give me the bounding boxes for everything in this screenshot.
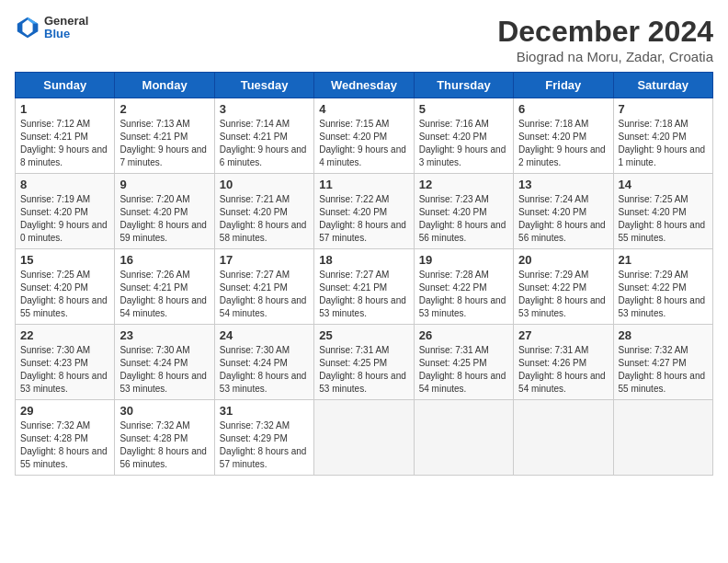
day-number: 16 [119, 253, 209, 267]
day-number: 8 [20, 178, 109, 191]
calendar-cell: 16 Sunrise: 7:26 AMSunset: 4:21 PMDaylig… [115, 249, 214, 325]
calendar-cell: 30 Sunrise: 7:32 AMSunset: 4:28 PMDaylig… [115, 400, 214, 476]
calendar-cell: 17 Sunrise: 7:27 AMSunset: 4:21 PMDaylig… [214, 249, 313, 325]
day-number: 6 [518, 102, 608, 116]
header-row: SundayMondayTuesdayWednesdayThursdayFrid… [16, 73, 713, 98]
calendar-cell: 8 Sunrise: 7:19 AMSunset: 4:20 PMDayligh… [16, 174, 115, 249]
calendar-cell: 23 Sunrise: 7:30 AMSunset: 4:24 PMDaylig… [115, 325, 214, 400]
day-info: Sunrise: 7:25 AMSunset: 4:20 PMDaylight:… [619, 194, 706, 243]
day-number: 18 [319, 253, 408, 267]
calendar-cell: 22 Sunrise: 7:30 AMSunset: 4:23 PMDaylig… [16, 325, 115, 400]
day-number: 27 [518, 328, 608, 342]
day-number: 11 [319, 178, 408, 191]
calendar-cell [314, 400, 414, 476]
calendar-cell: 20 Sunrise: 7:29 AMSunset: 4:22 PMDaylig… [514, 249, 613, 325]
day-info: Sunrise: 7:27 AMSunset: 4:21 PMDaylight:… [220, 270, 307, 318]
header: General Blue December 2024 Biograd na Mo… [15, 15, 713, 64]
day-number: 15 [20, 253, 109, 267]
week-row-3: 15 Sunrise: 7:25 AMSunset: 4:20 PMDaylig… [16, 249, 713, 325]
title-area: December 2024 Biograd na Moru, Zadar, Cr… [497, 15, 713, 64]
column-header-tuesday: Tuesday [214, 73, 313, 98]
calendar-cell: 18 Sunrise: 7:27 AMSunset: 4:21 PMDaylig… [314, 249, 414, 325]
day-info: Sunrise: 7:23 AMSunset: 4:20 PMDaylight:… [419, 194, 506, 243]
calendar-cell [613, 400, 712, 476]
calendar-cell: 9 Sunrise: 7:20 AMSunset: 4:20 PMDayligh… [115, 174, 214, 249]
column-header-wednesday: Wednesday [314, 73, 414, 98]
day-info: Sunrise: 7:18 AMSunset: 4:20 PMDaylight:… [518, 119, 606, 167]
day-number: 5 [419, 102, 508, 116]
week-row-2: 8 Sunrise: 7:19 AMSunset: 4:20 PMDayligh… [16, 174, 713, 249]
calendar-cell: 13 Sunrise: 7:24 AMSunset: 4:20 PMDaylig… [514, 174, 613, 249]
calendar-cell: 3 Sunrise: 7:14 AMSunset: 4:21 PMDayligh… [214, 98, 313, 174]
calendar-cell: 11 Sunrise: 7:22 AMSunset: 4:20 PMDaylig… [314, 174, 414, 249]
day-number: 26 [419, 328, 508, 342]
day-info: Sunrise: 7:29 AMSunset: 4:22 PMDaylight:… [518, 270, 606, 318]
month-title: December 2024 [497, 15, 713, 49]
day-number: 3 [220, 102, 309, 116]
day-info: Sunrise: 7:32 AMSunset: 4:28 PMDaylight:… [119, 420, 207, 469]
calendar-cell: 6 Sunrise: 7:18 AMSunset: 4:20 PMDayligh… [514, 98, 613, 174]
column-header-sunday: Sunday [16, 73, 115, 98]
calendar-cell: 25 Sunrise: 7:31 AMSunset: 4:25 PMDaylig… [314, 325, 414, 400]
day-info: Sunrise: 7:31 AMSunset: 4:26 PMDaylight:… [518, 345, 606, 394]
day-info: Sunrise: 7:28 AMSunset: 4:22 PMDaylight:… [419, 270, 506, 318]
day-info: Sunrise: 7:30 AMSunset: 4:23 PMDaylight:… [20, 345, 108, 394]
day-info: Sunrise: 7:25 AMSunset: 4:20 PMDaylight:… [20, 270, 108, 318]
day-number: 17 [220, 253, 309, 267]
day-info: Sunrise: 7:18 AMSunset: 4:20 PMDaylight:… [619, 119, 706, 167]
day-info: Sunrise: 7:30 AMSunset: 4:24 PMDaylight:… [220, 345, 307, 394]
day-info: Sunrise: 7:27 AMSunset: 4:21 PMDaylight:… [319, 270, 406, 318]
calendar-cell: 28 Sunrise: 7:32 AMSunset: 4:27 PMDaylig… [613, 325, 712, 400]
calendar-cell: 14 Sunrise: 7:25 AMSunset: 4:20 PMDaylig… [613, 174, 712, 249]
week-row-4: 22 Sunrise: 7:30 AMSunset: 4:23 PMDaylig… [16, 325, 713, 400]
calendar-cell: 19 Sunrise: 7:28 AMSunset: 4:22 PMDaylig… [414, 249, 513, 325]
day-number: 13 [518, 178, 608, 191]
calendar-cell [414, 400, 513, 476]
day-info: Sunrise: 7:21 AMSunset: 4:20 PMDaylight:… [220, 194, 307, 243]
calendar-cell: 12 Sunrise: 7:23 AMSunset: 4:20 PMDaylig… [414, 174, 513, 249]
calendar-cell: 21 Sunrise: 7:29 AMSunset: 4:22 PMDaylig… [613, 249, 712, 325]
day-info: Sunrise: 7:24 AMSunset: 4:20 PMDaylight:… [518, 194, 606, 243]
calendar-table: SundayMondayTuesdayWednesdayThursdayFrid… [15, 72, 713, 476]
day-number: 28 [619, 328, 708, 342]
calendar-cell [514, 400, 613, 476]
day-number: 25 [319, 328, 408, 342]
logo-text: General Blue [44, 15, 88, 41]
day-info: Sunrise: 7:14 AMSunset: 4:21 PMDaylight:… [220, 119, 307, 167]
day-info: Sunrise: 7:12 AMSunset: 4:21 PMDaylight:… [20, 119, 108, 167]
day-info: Sunrise: 7:32 AMSunset: 4:28 PMDaylight:… [20, 420, 108, 469]
calendar-cell: 24 Sunrise: 7:30 AMSunset: 4:24 PMDaylig… [214, 325, 313, 400]
day-info: Sunrise: 7:13 AMSunset: 4:21 PMDaylight:… [119, 119, 207, 167]
location: Biograd na Moru, Zadar, Croatia [497, 49, 713, 64]
day-info: Sunrise: 7:31 AMSunset: 4:25 PMDaylight:… [419, 345, 506, 394]
day-number: 10 [220, 178, 309, 191]
day-number: 4 [319, 102, 408, 116]
day-number: 19 [419, 253, 508, 267]
logo: General Blue [15, 15, 88, 41]
calendar-cell: 5 Sunrise: 7:16 AMSunset: 4:20 PMDayligh… [414, 98, 513, 174]
column-header-monday: Monday [115, 73, 214, 98]
day-number: 1 [20, 102, 109, 116]
day-number: 12 [419, 178, 508, 191]
day-number: 29 [20, 404, 109, 418]
day-number: 23 [119, 328, 209, 342]
day-number: 9 [119, 178, 209, 191]
calendar-cell: 7 Sunrise: 7:18 AMSunset: 4:20 PMDayligh… [613, 98, 712, 174]
day-number: 14 [619, 178, 708, 191]
day-info: Sunrise: 7:22 AMSunset: 4:20 PMDaylight:… [319, 194, 406, 243]
day-number: 7 [619, 102, 708, 116]
day-info: Sunrise: 7:30 AMSunset: 4:24 PMDaylight:… [119, 345, 207, 394]
calendar-cell: 26 Sunrise: 7:31 AMSunset: 4:25 PMDaylig… [414, 325, 513, 400]
svg-marker-2 [33, 24, 39, 31]
calendar-cell: 1 Sunrise: 7:12 AMSunset: 4:21 PMDayligh… [16, 98, 115, 174]
day-number: 24 [220, 328, 309, 342]
day-info: Sunrise: 7:20 AMSunset: 4:20 PMDaylight:… [119, 194, 207, 243]
day-info: Sunrise: 7:19 AMSunset: 4:20 PMDaylight:… [20, 194, 108, 243]
week-row-5: 29 Sunrise: 7:32 AMSunset: 4:28 PMDaylig… [16, 400, 713, 476]
day-number: 2 [119, 102, 209, 116]
day-info: Sunrise: 7:26 AMSunset: 4:21 PMDaylight:… [119, 270, 207, 318]
day-number: 30 [119, 404, 209, 418]
calendar-cell: 4 Sunrise: 7:15 AMSunset: 4:20 PMDayligh… [314, 98, 414, 174]
day-info: Sunrise: 7:15 AMSunset: 4:20 PMDaylight:… [319, 119, 406, 167]
day-number: 22 [20, 328, 109, 342]
